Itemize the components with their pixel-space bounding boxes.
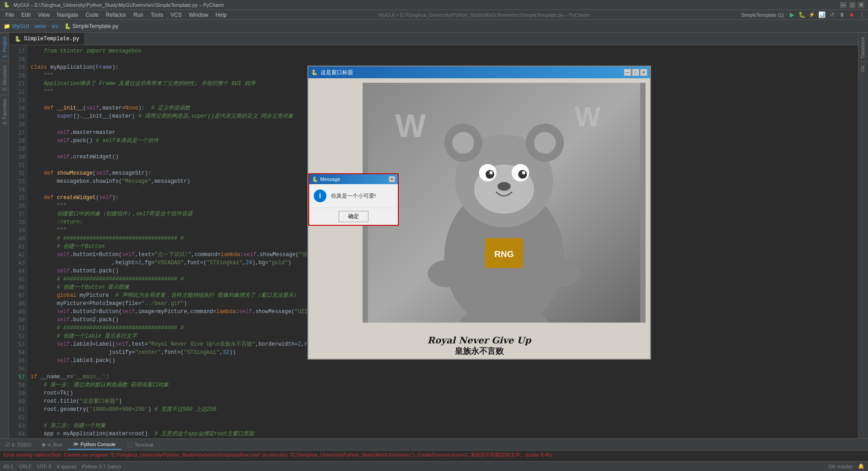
gui-window-buttons: — □ ✕	[624, 69, 647, 76]
breadcrumb-bar: 📁 MyGUI › venv › src › 🐍 SimpleTemplate.…	[0, 20, 868, 33]
menu-help[interactable]: Help	[212, 11, 231, 19]
sidebar-tab-structure[interactable]: 2: Structure	[0, 61, 9, 95]
message-ok-button[interactable]: 确定	[339, 211, 368, 222]
gui-label-line1: Royal Never Give Up	[308, 335, 650, 346]
breadcrumb-sep1: ›	[31, 23, 33, 29]
gui-label: Royal Never Give Up 皇族永不言败	[308, 335, 650, 357]
svg-point-16	[542, 260, 580, 287]
tab-icon: 🐍	[14, 36, 21, 43]
menu-window[interactable]: Window	[185, 11, 212, 19]
message-dialog-footer: 确定	[309, 208, 398, 225]
bottom-tabs: ☑ 6: TODO ▶ 4: Run ≫ Python Console ⬛ Te…	[0, 439, 868, 451]
todo-icon: ☑	[5, 442, 10, 447]
breadcrumb-mygui[interactable]: MyGUI	[12, 23, 29, 29]
right-tabs: Database Git	[858, 33, 868, 438]
gui-title-text: 🐍 这是窗口标题	[311, 69, 353, 76]
coverage-button[interactable]: ⚡	[807, 10, 816, 19]
msg-close-button[interactable]: ✕	[389, 176, 395, 182]
right-tab-database[interactable]: Database	[859, 33, 867, 62]
bear-image: RNG W W	[363, 83, 646, 323]
profile-button[interactable]: 📊	[817, 10, 826, 19]
breadcrumb-file: 🐍 SimpleTemplate.py	[64, 23, 118, 29]
line-numbers: 1718192021 2223242526 2728293031 3233343…	[9, 45, 27, 438]
python-console-label: Python Console	[80, 442, 116, 447]
bottom-tab-terminal[interactable]: ⬛ Terminal	[121, 440, 159, 449]
run-config: SimpleTemplate (1) ▶ 🐛 ⚡ 📊 ↺ ⏸ ■ ⋮	[738, 10, 866, 19]
gui-title-bar: 🐍 这是窗口标题 — □ ✕	[308, 67, 650, 78]
gui-app-icon: 🐍	[311, 69, 318, 76]
stop-all-button[interactable]: ■	[847, 10, 856, 19]
breadcrumb-sep2: ›	[48, 23, 50, 29]
stop-button[interactable]: ⏸	[837, 10, 846, 19]
gui-maximize-button[interactable]: □	[632, 69, 639, 76]
bear-image-area: RNG W W	[363, 83, 646, 323]
maximize-button[interactable]: □	[849, 2, 855, 8]
svg-point-15	[428, 260, 466, 287]
notification-icon: 🔔	[858, 463, 864, 469]
breadcrumb-icon: 📁	[4, 23, 10, 29]
more-button[interactable]: ⋮	[857, 10, 866, 19]
menu-run[interactable]: Run	[130, 11, 147, 19]
menu-bar: File Edit View Navigate Code Refactor Ru…	[0, 10, 868, 20]
message-dialog-titlebar: 🐍 Message ✕	[309, 174, 398, 184]
title-text: MyGUI – E:\Tsinghua_University\Python_St…	[14, 2, 224, 8]
sidebar-tab-project[interactable]: 1: Project	[0, 33, 9, 61]
title-path: MyGUI > E:\Tsinghua_University\Python_St…	[379, 12, 590, 18]
close-button[interactable]: ✕	[858, 2, 864, 8]
status-python: Python 3.7 (venv)	[82, 464, 121, 469]
python-console-icon: ≫	[73, 441, 79, 447]
menu-vcs[interactable]: VCS	[167, 11, 185, 19]
tab-label: SimpleTemplate.py	[24, 36, 79, 42]
tab-simple-template[interactable]: 🐍 SimpleTemplate.py	[9, 33, 85, 45]
gui-body: 点一下试试!	[308, 78, 650, 359]
status-encoding: UTF-8	[37, 464, 51, 469]
menu-tools[interactable]: Tools	[147, 11, 167, 19]
gui-close-button[interactable]: ✕	[640, 69, 647, 76]
todo-label: 6: TODO	[12, 442, 32, 447]
run-config-label: SimpleTemplate (1)	[738, 12, 787, 18]
svg-text:W: W	[575, 101, 601, 132]
gui-window-title: 这是窗口标题	[321, 69, 353, 76]
bottom-tab-todo[interactable]: ☑ 6: TODO	[0, 440, 37, 449]
debug-button[interactable]: 🐛	[797, 10, 807, 19]
menu-edit[interactable]: Edit	[18, 11, 34, 19]
terminal-icon: ⬛	[127, 442, 133, 447]
menu-view[interactable]: View	[34, 11, 53, 19]
svg-point-13	[522, 171, 525, 174]
right-tab-git[interactable]: Git	[859, 62, 867, 76]
message-dialog-body: i 你真是一个小可爱!	[309, 184, 398, 208]
breadcrumb-src[interactable]: src	[52, 23, 59, 29]
menu-file[interactable]: File	[2, 11, 18, 19]
svg-point-10	[486, 170, 494, 179]
message-info-icon: i	[314, 190, 326, 202]
gui-window: 🐍 这是窗口标题 — □ ✕ 点一下试试!	[307, 66, 651, 360]
svg-point-11	[518, 170, 527, 179]
svg-text:RNG: RNG	[495, 249, 514, 259]
bottom-tab-run[interactable]: ▶ 4: Run	[37, 440, 68, 449]
menu-refactor[interactable]: Refactor	[102, 11, 130, 19]
bottom-tab-python-console[interactable]: ≫ Python Console	[68, 439, 121, 450]
breadcrumb-sep3: ›	[61, 23, 62, 29]
run-button[interactable]: ▶	[788, 10, 797, 19]
tab-bar: 🐍 SimpleTemplate.py	[9, 33, 858, 45]
status-git: Git: master	[828, 464, 853, 469]
breadcrumb-venv[interactable]: venv	[34, 23, 46, 29]
msg-title: Message	[320, 176, 340, 182]
app-icon: 🐍	[4, 2, 10, 8]
msg-app-icon: 🐍	[312, 176, 318, 182]
rerun-button[interactable]: ↺	[827, 10, 836, 19]
status-position: 65:1	[4, 464, 13, 469]
run-icon: ▶	[42, 442, 46, 447]
minimize-button[interactable]: —	[840, 2, 846, 8]
message-dialog: 🐍 Message ✕ i 你真是一个小可爱! 确定	[308, 173, 399, 226]
title-bar-title: 🐍 MyGUI – E:\Tsinghua_University\Python_…	[4, 2, 224, 8]
svg-point-5	[453, 132, 474, 153]
left-sidebar: 1: Project 2: Structure 2. Favorites	[0, 33, 9, 438]
menu-navigate[interactable]: Navigate	[53, 11, 82, 19]
bottom-panel: ☑ 6: TODO ▶ 4: Run ≫ Python Console ⬛ Te…	[0, 438, 868, 461]
sidebar-tab-favorites[interactable]: 2. Favorites	[0, 95, 9, 128]
gui-minimize-button[interactable]: —	[624, 69, 631, 76]
menu-code[interactable]: Code	[82, 11, 102, 19]
title-bar-buttons: — □ ✕	[840, 2, 864, 8]
bottom-error-message: Error running 'optionsTest': Cannot run …	[0, 451, 868, 461]
